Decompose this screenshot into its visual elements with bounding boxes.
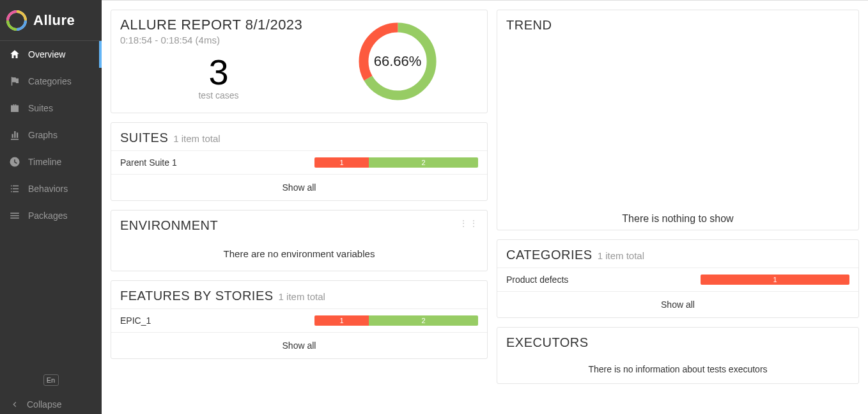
collapse-label: Collapse [27,399,61,410]
features-count: 1 item total [279,291,325,302]
list-icon [9,183,20,195]
nav-packages[interactable]: Packages [0,202,102,229]
nav-categories[interactable]: Categories [0,68,102,95]
nav-label: Behaviors [28,184,68,194]
nav-label: Packages [28,211,67,221]
fail-segment: 1 [701,275,849,285]
nav-graphs[interactable]: Graphs [0,122,102,148]
main-content: ALLURE REPORT 8/1/2023 0:18:54 - 0:18:54… [102,0,868,414]
drag-handle-icon[interactable]: ⋮⋮ [459,218,479,228]
allure-logo-icon [6,10,27,31]
executors-widget: EXECUTORS There is no information about … [497,327,859,384]
categories-widget: CATEGORIES 1 item total Product defects … [497,239,859,318]
fail-segment: 1 [314,315,369,326]
categories-title: CATEGORIES [506,248,593,262]
chart-icon [9,129,20,141]
trend-empty: There is nothing to show [622,213,733,230]
test-count: 3 [120,54,317,90]
language-selector[interactable]: En [43,374,59,386]
report-title: ALLURE REPORT 8/1/2023 [120,17,317,33]
environment-title: ENVIRONMENT [120,218,218,233]
home-icon [9,49,20,60]
pass-segment: 2 [369,315,478,326]
flag-icon [9,76,20,87]
suite-status-bar: 1 2 [314,157,478,168]
left-column: ALLURE REPORT 8/1/2023 0:18:54 - 0:18:54… [111,10,488,405]
test-count-label: test cases [120,90,317,100]
nav-timeline[interactable]: Timeline [0,148,102,175]
sidebar-header: Allure [0,0,102,41]
feature-name: EPIC_1 [120,315,306,326]
feature-status-bar: 1 2 [314,315,478,326]
suites-widget: SUITES 1 item total Parent Suite 1 1 2 S… [111,122,488,201]
collapse-sidebar[interactable]: Collapse [0,395,102,414]
pass-percentage: 66.66% [353,17,442,106]
executors-empty: There is no information about tests exec… [497,355,858,383]
sidebar-nav: Overview Categories Suites Graphs Timeli… [0,41,102,369]
category-row[interactable]: Product defects 1 [497,267,858,291]
nav-overview[interactable]: Overview [0,41,102,68]
clock-icon [9,156,20,168]
suites-show-all[interactable]: Show all [111,174,487,200]
suite-name: Parent Suite 1 [120,157,306,168]
briefcase-icon [9,102,20,114]
trend-title: TREND [506,18,552,33]
features-widget: FEATURES BY STORIES 1 item total EPIC_1 … [111,280,488,359]
category-status-bar: 1 [701,275,849,285]
nav-label: Suites [28,103,53,113]
brand-name: Allure [33,12,75,29]
suite-row[interactable]: Parent Suite 1 1 2 [111,150,487,174]
summary-widget: ALLURE REPORT 8/1/2023 0:18:54 - 0:18:54… [111,10,488,113]
environment-widget: ENVIRONMENT ⋮⋮ There are no environment … [111,210,488,271]
nav-behaviors[interactable]: Behaviors [0,175,102,202]
category-name: Product defects [506,275,692,285]
report-time: 0:18:54 - 0:18:54 (4ms) [120,35,317,45]
fail-segment: 1 [314,157,369,168]
features-show-all[interactable]: Show all [111,332,487,358]
executors-title: EXECUTORS [506,335,589,350]
categories-show-all[interactable]: Show all [497,291,858,317]
pass-rate-donut: 66.66% [353,17,442,106]
pass-segment: 2 [369,157,478,168]
sidebar: Allure Overview Categories Suites Graphs [0,0,102,414]
categories-count: 1 item total [598,250,644,261]
trend-widget: TREND There is nothing to show [497,10,859,230]
suites-title: SUITES [120,131,168,145]
nav-label: Overview [28,49,65,60]
nav-label: Categories [28,76,72,86]
features-title: FEATURES BY STORIES [120,289,274,303]
nav-label: Graphs [28,130,58,140]
bars-icon [9,210,20,221]
nav-suites[interactable]: Suites [0,95,102,122]
right-column: TREND There is nothing to show CATEGORIE… [497,10,859,405]
nav-label: Timeline [28,157,61,167]
sidebar-footer: En Collapse [0,369,102,414]
environment-empty: There are no environment variables [111,238,487,271]
feature-row[interactable]: EPIC_1 1 2 [111,308,487,332]
suites-count: 1 item total [173,133,220,144]
chevron-left-icon [9,399,20,410]
